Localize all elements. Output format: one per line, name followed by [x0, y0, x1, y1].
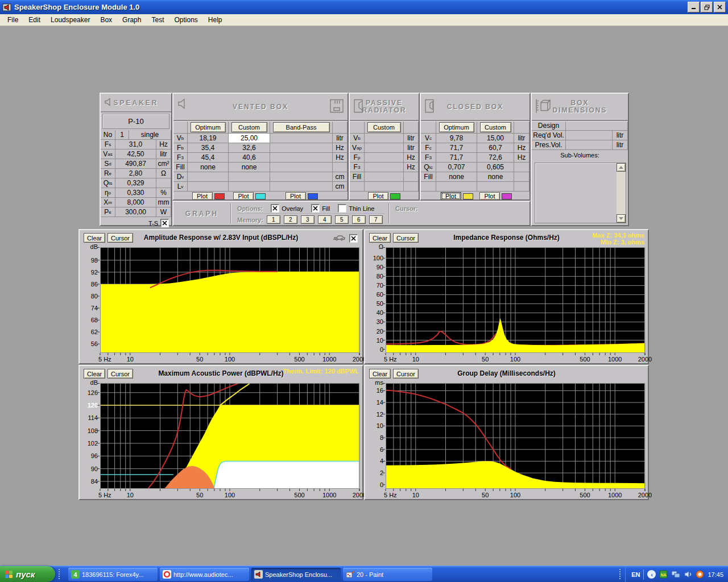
menu-graph[interactable]: Graph: [117, 15, 146, 25]
clear-button[interactable]: Clear: [369, 369, 391, 379]
hide-icons-chevron[interactable]: ‹: [647, 570, 656, 579]
y-tick-label: 68: [81, 317, 98, 323]
param-custom[interactable]: 15,00: [477, 134, 514, 143]
vented-box-panel-optimum-button[interactable]: Optimum: [191, 122, 226, 132]
plot-button-bandpass[interactable]: Plot: [286, 192, 306, 200]
param-value: 42,50: [115, 149, 156, 159]
x-tick-label: 5 Hz: [384, 492, 407, 498]
memory-button-7[interactable]: 7: [369, 215, 383, 224]
menu-loudspeaker[interactable]: Loudspeaker: [46, 15, 95, 25]
menu-test[interactable]: Test: [146, 15, 169, 25]
param-custom[interactable]: [365, 153, 404, 163]
menu-file[interactable]: File: [2, 15, 23, 25]
memory-button-1[interactable]: 1: [267, 215, 280, 224]
param-custom[interactable]: [365, 134, 404, 143]
system-tray: EN‹NA17:45: [625, 566, 728, 582]
plot-button-optimum[interactable]: Plot: [192, 192, 213, 200]
param-unit: Hz: [514, 153, 530, 163]
opera-tray-icon[interactable]: [696, 570, 704, 579]
task-button-2[interactable]: http://www.audiotec...: [160, 568, 249, 581]
plot-impedance[interactable]: [386, 247, 645, 353]
graph-display-checkbox[interactable]: [349, 234, 358, 243]
taskbar: пуск 4183696115: Forex4y...http://www.au…: [0, 566, 728, 582]
menu-help[interactable]: Help: [203, 15, 228, 25]
minimize-button[interactable]: [688, 2, 700, 13]
param-custom[interactable]: 60,7: [477, 143, 514, 153]
subvolumes-list[interactable]: [535, 163, 626, 223]
param-custom[interactable]: 40,6: [229, 153, 270, 163]
plot-button-custom[interactable]: Plot: [233, 192, 254, 200]
design-label[interactable]: Design: [532, 121, 566, 131]
param-custom[interactable]: [365, 143, 404, 153]
param-custom[interactable]: 25,00: [229, 134, 270, 143]
clear-button[interactable]: Clear: [369, 233, 391, 243]
vented-box-panel-bandpass-button[interactable]: Band-Pass: [273, 122, 330, 132]
memory-button-3[interactable]: 3: [301, 215, 315, 224]
cursor-button[interactable]: Cursor: [107, 369, 133, 379]
param-label: Dv: [173, 172, 188, 182]
closed-box-panel-custom-button[interactable]: Custom: [480, 122, 511, 132]
passive-radiator-panel-custom-button[interactable]: Custom: [367, 122, 401, 132]
plot-button-optimum[interactable]: Plot: [441, 192, 461, 200]
language-indicator[interactable]: EN: [631, 571, 640, 578]
task-button-4[interactable]: 20 - Paint: [343, 568, 432, 581]
passive-radiator-panel-title: PASSIVE RADIATOR: [362, 99, 406, 114]
scroll-down-button[interactable]: [617, 214, 626, 223]
volume-icon[interactable]: [684, 570, 692, 579]
option-checkbox-thin-line[interactable]: [338, 204, 346, 213]
clear-button[interactable]: Clear: [84, 369, 105, 379]
param-label: F3: [173, 153, 188, 163]
param-custom[interactable]: 72,6: [477, 153, 514, 163]
param-custom[interactable]: 32,6: [229, 143, 270, 153]
x-tick-label: 2000: [634, 492, 656, 498]
cursor-button[interactable]: Cursor: [393, 369, 419, 379]
plot-delay[interactable]: [386, 383, 645, 489]
param-label: Fc: [421, 143, 436, 153]
closed-box-panel-optimum-button[interactable]: Optimum: [439, 122, 474, 132]
speaker-name[interactable]: P-10: [102, 114, 169, 129]
plot-button-custom[interactable]: Plot: [368, 192, 388, 200]
menu-edit[interactable]: Edit: [23, 15, 46, 25]
quick-launch-grip[interactable]: [59, 569, 61, 579]
param-mode[interactable]: single: [129, 130, 171, 140]
scrollbar[interactable]: [617, 163, 626, 223]
cursor-button[interactable]: Cursor: [107, 233, 133, 243]
closed-box-icon: [424, 99, 437, 115]
option-thin-line: Thin Line: [338, 204, 374, 213]
title-bar[interactable]: SpeakerShop Enclosure Module 1.0: [0, 0, 728, 14]
param-custom[interactable]: [229, 182, 270, 192]
task-button-3[interactable]: SpeakerShop Enclosu...: [251, 568, 341, 581]
param-custom[interactable]: [229, 172, 270, 182]
network-icon[interactable]: [671, 570, 680, 579]
param-value[interactable]: 1: [115, 130, 129, 140]
param-custom[interactable]: [365, 163, 404, 172]
cursor-button[interactable]: Cursor: [393, 233, 419, 243]
box-dimensions-panel: BOX DIMENSIONSDesignReq'd Vol.litrPres.V…: [531, 93, 629, 226]
ts-checkbox[interactable]: [160, 219, 169, 227]
memory-button-6[interactable]: 6: [352, 215, 366, 224]
plot-power[interactable]: [100, 383, 359, 489]
param-custom[interactable]: none: [229, 163, 270, 172]
y-tick-label: 4: [366, 458, 383, 464]
menu-box[interactable]: Box: [95, 15, 117, 25]
restore-button[interactable]: [701, 2, 713, 13]
na-agent-icon[interactable]: NA: [659, 570, 668, 579]
param-custom[interactable]: none: [477, 172, 514, 182]
memory-button-2[interactable]: 2: [284, 215, 297, 224]
vented-box-panel-custom-button[interactable]: Custom: [231, 122, 267, 132]
plot-amplitude[interactable]: [100, 247, 359, 353]
memory-button-4[interactable]: 4: [318, 215, 332, 224]
option-checkbox-overlay[interactable]: [271, 204, 279, 213]
scroll-up-button[interactable]: [617, 163, 626, 172]
clear-button[interactable]: Clear: [84, 233, 105, 243]
close-button[interactable]: [714, 2, 726, 13]
start-button[interactable]: пуск: [0, 566, 55, 582]
y-tick-label: 2: [366, 469, 383, 476]
plot-button-custom[interactable]: Plot: [479, 192, 500, 200]
task-button-1[interactable]: 4183696115: Forex4y...: [68, 568, 158, 581]
memory-button-5[interactable]: 5: [335, 215, 349, 224]
param-custom[interactable]: [365, 172, 404, 182]
param-custom[interactable]: 0,605: [477, 163, 514, 172]
option-checkbox-fill[interactable]: [311, 204, 320, 213]
menu-options[interactable]: Options: [169, 15, 202, 25]
